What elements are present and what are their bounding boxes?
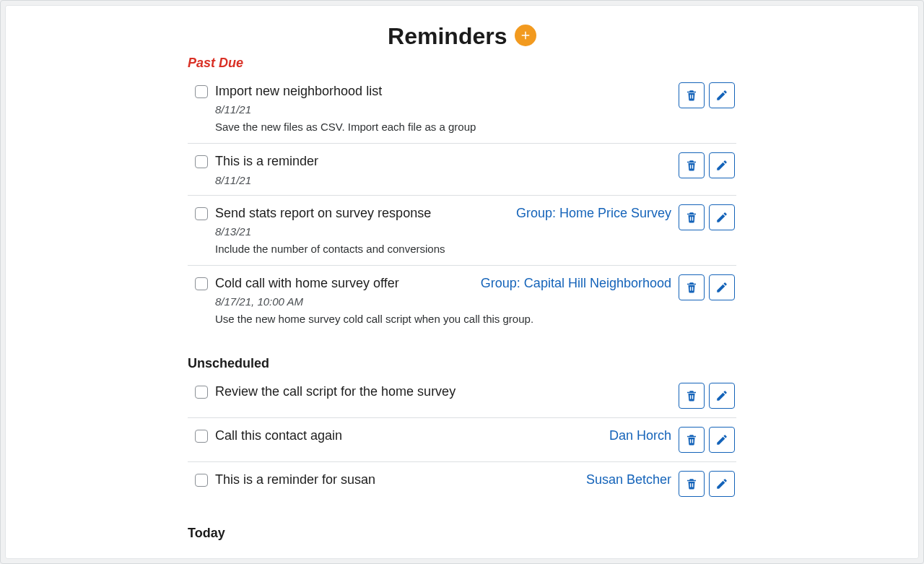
delete-button[interactable]: [679, 152, 705, 178]
trash-icon: [685, 159, 698, 172]
delete-button[interactable]: [679, 383, 705, 409]
reminder-body: This is a reminder 8/11/21: [215, 152, 671, 186]
delete-button[interactable]: [679, 274, 705, 300]
complete-checkbox[interactable]: [195, 430, 208, 443]
reminder-date: 8/11/21: [215, 103, 671, 116]
reminder-contact-link[interactable]: Dan Horch: [609, 427, 671, 445]
section-heading-unscheduled: Unscheduled: [188, 356, 736, 371]
complete-checkbox[interactable]: [195, 386, 208, 399]
reminder-actions: [679, 82, 735, 108]
trash-icon: [685, 211, 698, 224]
delete-button[interactable]: [679, 204, 705, 230]
reminder-body: Cold call with home survey offer Group: …: [215, 274, 671, 326]
reminder-body: This is a reminder for susan Susan Betch…: [215, 471, 671, 489]
trash-icon: [685, 89, 698, 102]
delete-button[interactable]: [679, 82, 705, 108]
complete-checkbox[interactable]: [195, 277, 208, 290]
reminder-actions: [679, 427, 735, 453]
reminder-title: Call this contact again: [215, 427, 601, 445]
complete-checkbox[interactable]: [195, 85, 208, 98]
reminder-title: This is a reminder: [215, 152, 671, 170]
reminder-item: Import new neighborhood list 8/11/21 Sav…: [188, 74, 736, 144]
reminder-note: Save the new files as CSV. Import each f…: [215, 120, 671, 134]
reminder-item: Call this contact again Dan Horch: [188, 418, 736, 462]
trash-icon: [685, 477, 698, 490]
pencil-icon: [715, 389, 728, 402]
reminder-date: 8/13/21: [215, 225, 671, 238]
edit-button[interactable]: [709, 204, 735, 230]
trash-icon: [685, 389, 698, 402]
delete-button[interactable]: [679, 427, 705, 453]
plus-icon: [519, 29, 532, 42]
pencil-icon: [715, 159, 728, 172]
app-frame: Reminders Past Due Import new neighborho…: [0, 0, 924, 564]
pencil-icon: [715, 211, 728, 224]
trash-icon: [685, 281, 698, 294]
content: Past Due Import new neighborhood list 8/…: [188, 56, 736, 541]
edit-button[interactable]: [709, 82, 735, 108]
edit-button[interactable]: [709, 383, 735, 409]
pencil-icon: [715, 281, 728, 294]
reminder-actions: [679, 471, 735, 497]
reminder-item: This is a reminder for susan Susan Betch…: [188, 462, 736, 506]
section-heading-past-due: Past Due: [188, 56, 736, 71]
delete-button[interactable]: [679, 471, 705, 497]
reminders-panel: Reminders Past Due Import new neighborho…: [5, 5, 919, 559]
edit-button[interactable]: [709, 274, 735, 300]
reminder-title: Review the call script for the home surv…: [215, 383, 671, 401]
reminder-group-link[interactable]: Group: Capital Hill Neighborhood: [481, 274, 671, 292]
reminder-body: Review the call script for the home surv…: [215, 383, 671, 401]
reminder-actions: [679, 152, 735, 178]
reminder-body: Send stats report on survey response Gro…: [215, 204, 671, 256]
pencil-icon: [715, 433, 728, 446]
reminder-item: This is a reminder 8/11/21: [188, 144, 736, 195]
add-reminder-button[interactable]: [515, 25, 536, 46]
reminder-item: Review the call script for the home surv…: [188, 374, 736, 418]
reminder-contact-link[interactable]: Susan Betcher: [586, 471, 671, 489]
reminder-actions: [679, 204, 735, 230]
reminder-body: Import new neighborhood list 8/11/21 Sav…: [215, 82, 671, 134]
reminder-note: Include the number of contacts and conve…: [215, 242, 671, 256]
reminder-item: Cold call with home survey offer Group: …: [188, 266, 736, 335]
section-heading-today: Today: [188, 526, 736, 541]
trash-icon: [685, 433, 698, 446]
reminder-actions: [679, 383, 735, 409]
reminder-actions: [679, 274, 735, 300]
reminder-date: 8/17/21, 10:00 AM: [215, 295, 671, 308]
complete-checkbox[interactable]: [195, 474, 208, 487]
header-row: Reminders: [27, 23, 897, 50]
reminder-title: Send stats report on survey response: [215, 204, 507, 222]
reminder-group-link[interactable]: Group: Home Price Survey: [516, 204, 671, 222]
edit-button[interactable]: [709, 471, 735, 497]
edit-button[interactable]: [709, 152, 735, 178]
complete-checkbox[interactable]: [195, 155, 208, 168]
reminder-date: 8/11/21: [215, 174, 671, 186]
page-title: Reminders: [388, 23, 507, 50]
reminder-title: Cold call with home survey offer: [215, 274, 472, 292]
reminder-item: Send stats report on survey response Gro…: [188, 196, 736, 266]
reminder-body: Call this contact again Dan Horch: [215, 427, 671, 445]
edit-button[interactable]: [709, 427, 735, 453]
reminder-title: This is a reminder for susan: [215, 471, 578, 489]
pencil-icon: [715, 477, 728, 490]
reminder-note: Use the new home survey cold call script…: [215, 312, 671, 326]
reminder-title: Import new neighborhood list: [215, 82, 671, 100]
complete-checkbox[interactable]: [195, 207, 208, 220]
pencil-icon: [715, 89, 728, 102]
